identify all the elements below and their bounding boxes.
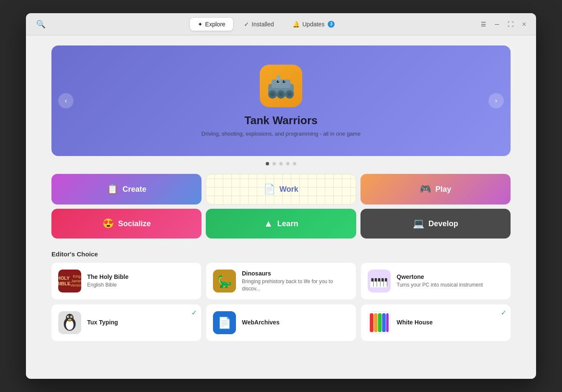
menu-button[interactable]: ☰ [478,18,488,30]
qwertone-name: Qwertone [397,273,504,280]
svg-point-9 [277,80,279,83]
tab-installed-label: Installed [252,21,274,28]
category-grid: 📋 Create 📄 Work 🎮 Play 😍 Socialize ▲ Lea… [51,174,511,239]
dot-4[interactable] [286,162,290,165]
svg-point-33 [71,316,72,317]
work-icon: 📄 [264,184,275,195]
svg-point-11 [278,81,279,82]
learn-icon: ▲ [264,218,273,229]
qwertone-info: Qwertone Turns your PC into musical inst… [397,273,504,289]
category-create[interactable]: 📋 Create [51,174,202,205]
category-socialize[interactable]: 😍 Socialize [51,209,202,239]
maximize-button[interactable]: ⛶ [505,18,516,30]
qwertone-desc: Turns your PC into musical instrument [397,281,504,289]
svg-rect-1 [272,80,290,88]
svg-point-34 [68,319,71,321]
svg-rect-38 [370,313,374,332]
svg-text:📄: 📄 [218,316,232,330]
dot-3[interactable] [279,162,283,165]
qwertone-icon [368,270,391,293]
tux-typing-name: Tux Typing [87,319,194,326]
category-learn[interactable]: ▲ Learn [206,209,356,239]
editors-choice-section: Editor's Choice HOLYBIBLEKing JamesVersi… [51,250,511,341]
tab-updates[interactable]: 🔔 Updates3 [285,18,342,31]
tux-typing-info: Tux Typing [87,319,194,327]
svg-point-32 [68,316,69,317]
hero-subtitle: Driving, shooting, explosions, and progr… [202,131,360,137]
tab-updates-label: Updates [302,21,324,28]
learn-label: Learn [277,219,298,228]
create-label: Create [122,185,146,194]
svg-point-6 [270,92,275,97]
category-work[interactable]: 📄 Work [206,174,356,205]
svg-rect-42 [386,313,389,332]
tux-typing-icon [58,311,81,334]
hero-title: Tank Warriors [244,114,318,127]
svg-rect-41 [382,313,386,332]
main-content: ‹ [26,35,536,379]
app-card-tux-typing[interactable]: Tux Typing ✓ [51,304,201,341]
socialize-label: Socialize [118,219,151,228]
tab-installed[interactable]: ✓ Installed [236,18,281,31]
play-icon: 🎮 [420,184,431,195]
updates-icon: 🔔 [292,21,300,28]
app-card-white-house[interactable]: White House ✓ [361,304,511,341]
apps-grid: HOLYBIBLEKing JamesVersion The Holy Bibl… [51,263,511,341]
editors-choice-title: Editor's Choice [51,250,511,258]
webarchives-icon: 📄 [213,311,236,334]
webarchives-name: WebArchives [242,319,349,326]
hero-app-icon [260,65,302,107]
installed-icon: ✓ [244,21,249,28]
white-house-info: White House [397,319,504,327]
develop-label: Develop [429,219,458,228]
minimize-button[interactable]: ─ [492,18,502,30]
category-play[interactable]: 🎮 Play [360,174,511,205]
svg-point-10 [283,80,285,83]
white-house-icon [368,311,391,334]
tab-explore[interactable]: ✦ Explore [190,18,233,31]
holy-bible-info: The Holy Bible English Bible [87,273,194,289]
play-label: Play [435,185,451,194]
create-icon: 📋 [107,184,118,195]
svg-rect-24 [380,281,383,287]
dinosaurs-desc: Bringing prehistory back to life for you… [242,278,349,293]
app-card-qwertone[interactable]: Qwertone Turns your PC into musical inst… [361,263,511,299]
app-card-dinosaurs[interactable]: 🦕 Dinosaurs Bringing prehistory back to … [206,263,356,299]
hero-dots [51,162,511,165]
tux-typing-installed-badge: ✓ [191,309,197,317]
nav-tabs: ✦ Explore ✓ Installed 🔔 Updates3 [54,18,478,31]
titlebar: 🔍 ✦ Explore ✓ Installed 🔔 Updates3 ☰ ─ ⛶… [26,13,536,35]
hero-prev-button[interactable]: ‹ [58,93,74,108]
holy-bible-icon: HOLYBIBLEKing JamesVersion [58,270,81,293]
app-card-webarchives[interactable]: 📄 WebArchives [206,304,356,341]
explore-icon: ✦ [198,21,203,28]
app-window: 🔍 ✦ Explore ✓ Installed 🔔 Updates3 ☰ ─ ⛶… [26,13,536,379]
work-label: Work [279,185,298,194]
svg-rect-22 [374,281,377,287]
svg-rect-25 [384,281,387,287]
category-develop[interactable]: 💻 Develop [360,209,511,239]
develop-icon: 💻 [413,218,424,229]
dot-2[interactable] [272,162,276,165]
tank-graphic [264,69,298,103]
holy-bible-name: The Holy Bible [87,273,194,280]
close-button[interactable]: ✕ [519,18,529,30]
svg-rect-23 [377,281,380,287]
holy-bible-desc: English Bible [87,281,194,289]
svg-text:🦕: 🦕 [217,275,232,289]
svg-rect-39 [374,313,378,332]
white-house-installed-badge: ✓ [501,309,506,317]
webarchives-info: WebArchives [242,319,349,327]
hero-banner: ‹ [51,45,511,156]
app-card-holy-bible[interactable]: HOLYBIBLEKing JamesVersion The Holy Bibl… [51,263,201,299]
svg-rect-21 [370,281,373,287]
svg-point-7 [279,92,283,97]
window-controls: ☰ ─ ⛶ ✕ [478,18,529,30]
svg-rect-40 [378,313,382,332]
dot-1[interactable] [266,162,269,165]
hero-next-button[interactable]: › [488,93,504,108]
dot-5[interactable] [293,162,296,165]
svg-point-12 [284,81,285,82]
search-button[interactable]: 🔍 [33,18,49,31]
tab-explore-label: Explore [205,21,225,28]
